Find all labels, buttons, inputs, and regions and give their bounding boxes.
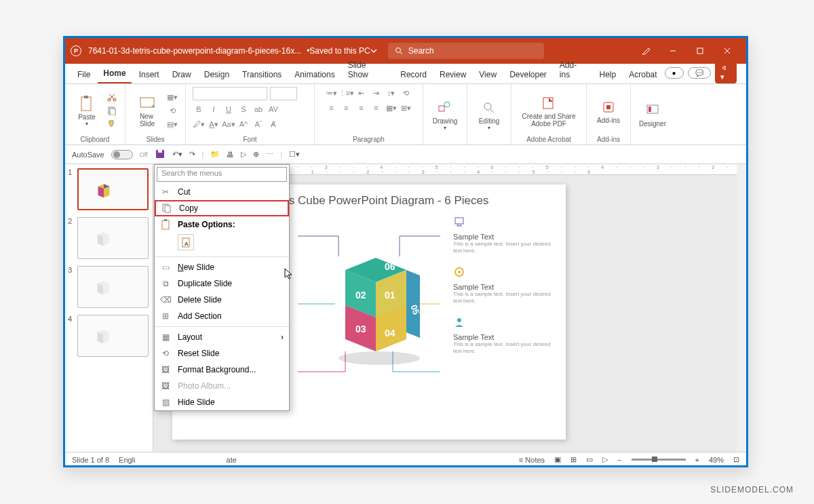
close-button[interactable] xyxy=(714,38,741,64)
svg-rect-73 xyxy=(455,218,463,224)
drawing-button[interactable]: Drawing▾ xyxy=(430,94,460,135)
tab-review[interactable]: Review xyxy=(434,66,471,83)
tab-developer[interactable]: Developer xyxy=(504,66,552,83)
thumbnail-3[interactable]: 3 xyxy=(68,266,150,308)
notes-button[interactable]: ≡ Notes xyxy=(519,456,545,464)
adobe-pdf-button[interactable]: Create and Share Adobe PDF xyxy=(518,90,579,131)
view-slideshow-icon[interactable]: ▷ xyxy=(602,455,608,464)
comments-pill[interactable]: 💬 xyxy=(688,67,711,79)
language-indicator[interactable]: Engli xyxy=(119,456,135,464)
quick-access-toolbar: AutoSave Off ↶▾ ↷ | 📁 🖶 ▷ ⊕ ⋯ | ☐▾ xyxy=(65,145,746,164)
addins-button[interactable]: Add-ins xyxy=(594,90,623,131)
menu-cut[interactable]: ✂Cut xyxy=(155,184,289,200)
group-drawing: Drawing▾ xyxy=(423,84,467,144)
tab-insert[interactable]: Insert xyxy=(134,66,165,83)
search-input[interactable]: Search xyxy=(388,43,544,59)
vertical-scrollbar[interactable] xyxy=(737,164,746,452)
tab-slideshow[interactable]: Slide Show xyxy=(343,56,393,83)
zoom-out-button[interactable]: − xyxy=(617,456,621,464)
fit-to-window-icon[interactable]: ⊡ xyxy=(733,455,739,464)
tab-acrobat[interactable]: Acrobat xyxy=(623,66,662,83)
slideshow-icon[interactable]: ▷ xyxy=(241,150,246,159)
svg-text:02: 02 xyxy=(355,290,366,301)
save-status[interactable]: • Saved to this PC xyxy=(307,46,377,56)
copy-icon[interactable] xyxy=(106,104,118,117)
svg-point-16 xyxy=(484,103,491,110)
svg-rect-18 xyxy=(543,98,553,109)
thumbnail-1[interactable]: 1 xyxy=(68,168,150,210)
pencil-icon[interactable] xyxy=(632,38,659,64)
tab-file[interactable]: File xyxy=(72,66,96,83)
redo-icon[interactable]: ↷ xyxy=(189,150,195,159)
group-paragraph: ≔▾⋮≡▾⇤⇥↕▾⟲ ≡≡≡≡▦▾⊞▾ Paragraph xyxy=(315,84,423,144)
layout-icon[interactable]: ▦▾ xyxy=(166,91,178,103)
svg-point-0 xyxy=(395,48,400,53)
tab-design[interactable]: Design xyxy=(199,66,235,83)
menu-photo-album: 🖼Photo Album... xyxy=(155,378,289,394)
format-painter-icon[interactable] xyxy=(106,118,118,130)
tab-help[interactable]: Help xyxy=(594,66,622,83)
zoom-slider[interactable] xyxy=(632,459,686,461)
view-sorter-icon[interactable]: ⊞ xyxy=(570,455,577,464)
tab-view[interactable]: View xyxy=(473,66,502,83)
tab-addins[interactable]: Add-ins xyxy=(554,56,592,83)
add-icon[interactable]: ⊕ xyxy=(253,150,259,159)
touch-icon[interactable]: ☐▾ xyxy=(289,150,300,159)
open-icon[interactable]: 📁 xyxy=(210,150,220,159)
minimize-button[interactable] xyxy=(659,38,686,64)
menu-copy[interactable]: Copy xyxy=(155,200,289,216)
zoom-in-button[interactable]: + xyxy=(695,456,699,464)
menu-duplicate-slide[interactable]: ⧉Duplicate Slide xyxy=(155,275,289,292)
paste-button[interactable]: Paste▾ xyxy=(72,90,102,131)
menu-add-section[interactable]: ⊞Add Section xyxy=(155,308,289,324)
record-pill[interactable]: ● xyxy=(665,67,684,79)
designer-button[interactable]: Designer xyxy=(638,94,667,135)
group-editing: Editing▾ xyxy=(467,84,511,144)
svg-line-17 xyxy=(490,109,494,113)
group-adobe: Create and Share Adobe PDF Adobe Acrobat xyxy=(511,84,587,144)
cut-icon[interactable] xyxy=(106,91,118,103)
tab-record[interactable]: Record xyxy=(395,66,432,83)
share-button[interactable]: ▾ xyxy=(715,62,737,83)
more-icon[interactable]: ⋯ xyxy=(266,150,273,159)
editing-button[interactable]: Editing▾ xyxy=(474,94,504,135)
autosave-toggle[interactable] xyxy=(111,150,133,159)
zoom-level[interactable]: 49% xyxy=(709,456,724,464)
svg-rect-7 xyxy=(84,96,88,98)
new-slide-button[interactable]: +New Slide xyxy=(132,90,162,131)
svg-rect-3 xyxy=(697,48,703,54)
thumbnail-4[interactable]: 4 xyxy=(68,315,150,357)
tab-draw[interactable]: Draw xyxy=(167,66,197,83)
menu-new-slide[interactable]: ▭New Slide xyxy=(155,259,289,275)
print-icon[interactable]: 🖶 xyxy=(227,151,234,159)
svg-text:+: + xyxy=(151,102,155,110)
save-icon[interactable] xyxy=(155,149,166,161)
menu-format-background[interactable]: 🖼Format Background... xyxy=(155,362,289,378)
svg-point-81 xyxy=(457,318,461,322)
menu-search-input[interactable]: Search the menus xyxy=(157,167,287,182)
item-4: Sample TextThis is a sample text. Insert… xyxy=(453,216,555,254)
menu-paste-options: Paste Options: xyxy=(155,216,289,233)
item-5: Sample TextThis is a sample text. Insert… xyxy=(453,266,555,304)
svg-rect-14 xyxy=(439,106,444,111)
svg-rect-20 xyxy=(606,105,610,109)
paste-option-keep-formatting[interactable]: A xyxy=(178,234,194,250)
group-clipboard: Paste▾ Clipboard xyxy=(65,84,125,144)
menu-hide-slide[interactable]: ▨Hide Slide xyxy=(155,394,289,410)
undo-icon[interactable]: ↶▾ xyxy=(172,150,182,159)
maximize-button[interactable] xyxy=(686,38,714,64)
tab-transitions[interactable]: Transitions xyxy=(237,66,287,83)
section-icon[interactable]: ▤▾ xyxy=(166,118,178,130)
svg-rect-24 xyxy=(158,150,162,153)
view-normal-icon[interactable]: ▣ xyxy=(554,455,561,464)
menu-reset-slide[interactable]: ⟲Reset Slide xyxy=(155,345,289,362)
menu-delete-slide[interactable]: ⌫Delete Slide xyxy=(155,292,289,308)
reset-icon[interactable]: ⟲ xyxy=(166,104,178,117)
menu-layout[interactable]: ▦Layout› xyxy=(155,329,289,345)
view-reading-icon[interactable]: ▭ xyxy=(586,455,593,464)
svg-text:01: 01 xyxy=(385,290,395,301)
tab-home[interactable]: Home xyxy=(98,64,131,83)
tab-animations[interactable]: Animations xyxy=(289,66,340,83)
thumbnail-2[interactable]: 2 xyxy=(68,217,150,259)
svg-rect-36 xyxy=(162,220,169,229)
